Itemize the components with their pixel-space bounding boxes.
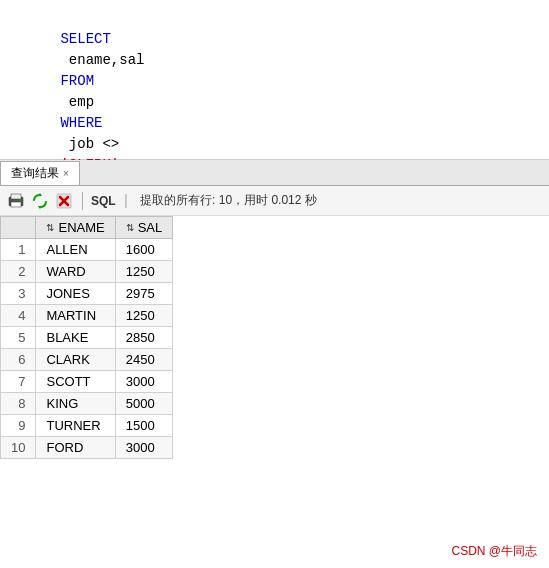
cell-ename: JONES [36,283,115,305]
kw-where: WHERE [60,115,102,131]
tab-bar: 查询结果 × [0,160,549,186]
refresh-icon[interactable] [30,191,50,211]
ename-header[interactable]: ⇅ ENAME [36,217,115,239]
ename-sort-icon: ⇅ [46,222,54,233]
row-num: 4 [1,305,36,327]
table-row[interactable]: 8KING5000 [1,393,173,415]
toolbar-pipe: | [122,193,130,209]
query-results-panel: 查询结果 × [0,160,549,568]
toolbar: SQL | 提取的所有行: 10，用时 0.012 秒 [0,186,549,216]
cell-ename: CLARK [36,349,115,371]
row-num: 7 [1,371,36,393]
stop-icon[interactable] [54,191,74,211]
sal-sort-icon: ⇅ [126,222,134,233]
sal-header[interactable]: ⇅ SAL [115,217,173,239]
tab-label: 查询结果 [11,165,59,182]
cell-sal: 3000 [115,437,173,459]
sql-editor[interactable]: SELECT ename,sal FROM emp WHERE job <> '… [0,0,549,160]
print-icon[interactable] [6,191,26,211]
table-row[interactable]: 6CLARK2450 [1,349,173,371]
svg-rect-2 [11,202,21,207]
cell-ename: ALLEN [36,239,115,261]
kw-condition: job <> [60,136,127,152]
cell-ename: BLAKE [36,327,115,349]
table-row[interactable]: 3JONES2975 [1,283,173,305]
cell-sal: 1500 [115,415,173,437]
table-row[interactable]: 7SCOTT3000 [1,371,173,393]
watermark: CSDN @牛同志 [451,543,537,560]
table-row[interactable]: 4MARTIN1250 [1,305,173,327]
sal-label: SAL [138,220,163,235]
row-num: 9 [1,415,36,437]
cell-sal: 2850 [115,327,173,349]
ename-label: ENAME [58,220,104,235]
tab-close-button[interactable]: × [63,168,69,179]
sql-label: SQL [91,194,116,208]
row-num: 5 [1,327,36,349]
watermark-text: CSDN @牛同志 [451,544,537,558]
table-row[interactable]: 10FORD3000 [1,437,173,459]
row-num: 6 [1,349,36,371]
query-results-tab[interactable]: 查询结果 × [0,161,80,185]
main-content: SELECT ename,sal FROM emp WHERE job <> '… [0,0,549,568]
row-num: 10 [1,437,36,459]
cell-sal: 3000 [115,371,173,393]
table-row[interactable]: 1ALLEN1600 [1,239,173,261]
cell-sal: 1250 [115,261,173,283]
table-row[interactable]: 9TURNER1500 [1,415,173,437]
toolbar-separator [82,192,83,210]
table-row[interactable]: 5BLAKE2850 [1,327,173,349]
toolbar-info: 提取的所有行: 10，用时 0.012 秒 [140,192,317,209]
cell-sal: 1600 [115,239,173,261]
kw-from: FROM [60,73,94,89]
data-table: ⇅ ENAME ⇅ SAL 1ALLEN16002WARD12 [0,216,173,459]
cell-sal: 2975 [115,283,173,305]
cell-sal: 5000 [115,393,173,415]
table-row[interactable]: 2WARD1250 [1,261,173,283]
kw-select: SELECT [60,31,110,47]
cell-sal: 2450 [115,349,173,371]
cell-sal: 1250 [115,305,173,327]
cell-ename: WARD [36,261,115,283]
cell-ename: MARTIN [36,305,115,327]
svg-point-3 [19,199,21,201]
cell-ename: KING [36,393,115,415]
row-num: 8 [1,393,36,415]
row-num-header [1,217,36,239]
row-num: 2 [1,261,36,283]
row-num: 3 [1,283,36,305]
cell-ename: FORD [36,437,115,459]
row-num: 1 [1,239,36,261]
kw-fields: ename,sal [60,52,152,68]
kw-table: emp [60,94,102,110]
cell-ename: SCOTT [36,371,115,393]
cell-ename: TURNER [36,415,115,437]
svg-rect-1 [11,194,21,199]
result-table-container[interactable]: ⇅ ENAME ⇅ SAL 1ALLEN16002WARD12 [0,216,549,568]
